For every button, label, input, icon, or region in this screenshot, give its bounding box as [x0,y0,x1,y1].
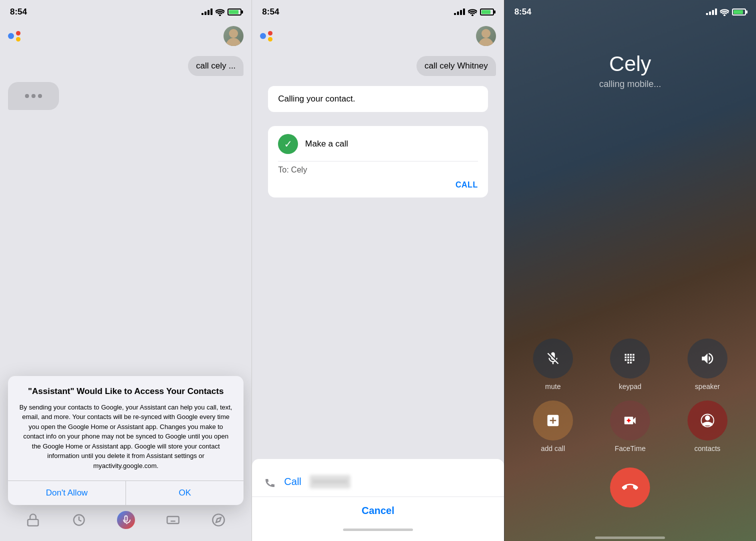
wifi-icon-3 [720,8,729,16]
call-action-item[interactable]: Call •••••••••• [252,467,504,497]
status-time-3: 8:54 [514,7,532,17]
avatar-head-1 [229,29,238,38]
avatar-1 [224,26,244,46]
user-message-1: call cely ... [188,56,244,76]
keypad-button[interactable]: keypad [596,338,664,390]
cancel-action[interactable]: Cancel [252,497,504,524]
bottom-nav-1 [0,505,252,541]
make-call-header: ✓ Make a call [278,134,478,154]
facetime-label: FaceTime [614,444,646,452]
call-text: Call [284,476,301,488]
ok-button[interactable]: OK [126,481,244,505]
status-bar-2: 8:54 [252,0,504,22]
signal-bar-1 [202,13,204,15]
mute-circle [533,338,573,378]
keypad-circle [610,338,650,378]
battery-icon-1 [228,8,242,16]
status-bar-1: 8:54 [0,0,252,22]
call-btn-row: CALL [278,174,478,190]
chat-area-2: call cely Whitney Calling your contact. … [252,50,504,206]
add-call-label: add call [541,444,565,452]
end-call-row [504,452,756,532]
bitmoji-icon[interactable] [25,512,41,528]
permission-dialog: "Assistant" Would Like to Access Your Co… [8,376,244,505]
dialog-title: "Assistant" Would Like to Access Your Co… [18,386,234,397]
typing-indicator-1 [16,88,51,104]
typing-dot-3 [38,94,42,98]
make-call-title: Make a call [305,139,348,149]
calling-text: Calling your contact. [268,86,488,112]
user-message-2: call cely Whitney [416,56,496,76]
status-bar-3: 8:54 [504,0,756,22]
speaker-circle [688,338,728,378]
svg-point-8 [213,514,224,526]
keypad-label: keypad [619,382,642,390]
avatar-body-1 [226,38,241,46]
dialog-buttons: Don't Allow OK [8,480,244,505]
panel-assistant-contacts: 8:54 [0,0,252,541]
mute-button[interactable]: mute [520,338,586,390]
signal-bars-1 [202,8,212,15]
call-button[interactable]: CALL [456,180,478,190]
mic-button[interactable] [117,511,135,529]
mute-label: mute [545,382,560,390]
call-contact-name: Cely [504,52,756,76]
facetime-circle [610,400,650,440]
add-call-button[interactable]: add call [520,400,586,452]
contacts-label: contacts [694,444,720,452]
svg-marker-9 [216,518,221,522]
wifi-icon-1 [216,8,224,16]
action-sheet: Call •••••••••• Cancel [252,459,504,541]
contacts-circle [688,400,728,440]
dot-blue-2 [260,33,266,39]
speaker-button[interactable]: speaker [674,338,741,390]
phone-icon [264,475,276,488]
home-indicator-3 [595,536,665,539]
panel-calling: 8:54 [252,0,504,541]
status-time-1: 8:54 [10,7,27,17]
dot-yellow-2 [268,37,272,42]
make-call-to: To: Cely [278,161,478,174]
typing-dot-2 [32,94,36,98]
svg-rect-0 [28,520,38,526]
keyboard-icon[interactable] [165,512,181,528]
add-call-circle [533,400,573,440]
compass-icon[interactable] [210,512,226,528]
assistant-header-1 [0,22,252,50]
signal-bar-3 [208,10,210,15]
green-check-icon: ✓ [278,134,298,154]
typing-dot-1 [25,94,29,98]
dot-blue-1 [8,33,14,39]
signal-bars-2 [454,8,465,15]
history-icon[interactable] [71,512,87,528]
dont-allow-button[interactable]: Don't Allow [8,481,126,505]
signal-bar-4 [210,8,212,15]
facetime-button[interactable]: FaceTime [596,400,664,452]
google-logo-1 [8,31,20,42]
end-call-button[interactable] [610,468,650,508]
home-indicator-2 [343,528,413,531]
signal-bar-2 [204,12,206,15]
dot-red-1 [16,31,20,36]
svg-rect-2 [167,516,178,524]
wifi-icon-2 [468,8,477,16]
blurred-number: •••••••••• [310,475,350,488]
typing-bubble-1 [8,82,59,110]
chat-area-1: call cely ... [0,50,252,376]
make-call-card: ✓ Make a call To: Cely CALL [268,126,488,198]
call-status: calling mobile... [504,79,756,90]
dot-red-2 [268,31,272,36]
status-icons-1 [202,8,242,16]
contacts-button[interactable]: contacts [674,400,741,452]
status-time-2: 8:54 [262,7,279,17]
panel-phone-call: 8:54 Cely calling mobile... [504,0,756,541]
status-icons-3 [706,8,746,16]
avatar-2 [476,26,496,46]
google-logo-2 [260,31,272,42]
battery-icon-2 [480,8,494,16]
assistant-header-2 [252,22,504,50]
dot-yellow-1 [16,37,20,42]
speaker-label: speaker [695,382,720,390]
battery-icon-3 [732,8,746,16]
dialog-body: By sending your contacts to Google, your… [18,402,234,471]
